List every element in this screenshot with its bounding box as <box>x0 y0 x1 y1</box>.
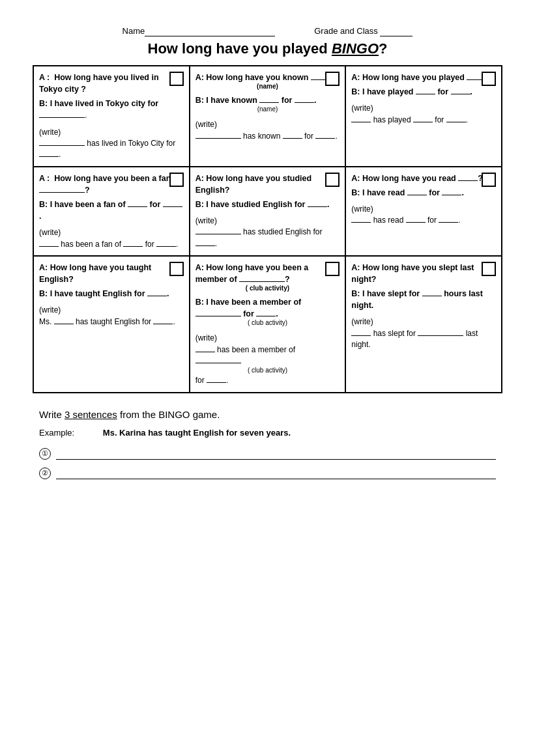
cell3-answer: B: I have played for . <box>351 86 496 98</box>
cell4-answer: B: I have been a fan of for . <box>39 199 184 222</box>
cell8-question: A: How long have you been a member of ?(… <box>195 262 340 294</box>
cell-6: A: How long have you read ? B: I have re… <box>345 167 502 256</box>
checkbox-8[interactable] <box>325 262 340 276</box>
sentence-2-field[interactable] <box>56 468 496 479</box>
sentence-2-line: ② <box>39 468 496 479</box>
grade-field[interactable] <box>380 26 412 36</box>
header: Name Grade and Class <box>33 26 502 36</box>
cell4-write: (write) has been a fan of for . <box>39 227 184 250</box>
cell5-question: A: How long have you studied English? <box>195 173 340 196</box>
cell-1: A : How long have you lived in Tokyo cit… <box>33 66 190 167</box>
cell2-answer: B: I have known for .(name) <box>195 94 340 115</box>
cell-9: A: How long have you slept last night? B… <box>345 256 502 393</box>
sentence-2-num: ② <box>39 468 51 479</box>
checkbox-5[interactable] <box>325 173 340 187</box>
checkbox-7[interactable] <box>169 262 184 276</box>
cell-4: A : How long have you been a fan of ? B:… <box>33 167 190 256</box>
cell6-write: (write) has read for . <box>351 204 496 227</box>
cell1-write: (write) has lived in Tokyo City for . <box>39 127 184 161</box>
name-label: Name <box>123 26 145 36</box>
example-text: Ms. Karina has taught English for seven … <box>103 428 291 438</box>
cell9-write: (write) has slept for last night. <box>351 316 496 350</box>
cell7-write: (write) Ms. has taught English for . <box>39 305 184 328</box>
cell8-write: (write) has been a member of ( club acti… <box>195 333 340 386</box>
bingo-grid-wrapper: A : How long have you lived in Tokyo cit… <box>33 65 502 393</box>
name-field[interactable] <box>145 26 275 36</box>
bottom-section: Write 3 sentences from the BINGO game. E… <box>33 409 502 479</box>
checkbox-3[interactable] <box>482 72 496 86</box>
title-suffix: ? <box>379 40 387 57</box>
checkbox-9[interactable] <box>482 262 496 276</box>
cell1-answer: B: I have lived in Tokyo city for . <box>39 98 184 121</box>
cell8-answer: B: I have been a member of for .( club a… <box>195 296 340 328</box>
instruction-underline: 3 sentences <box>65 409 117 420</box>
grade-section: Grade and Class <box>314 26 412 36</box>
sentence-1-field[interactable] <box>56 448 496 460</box>
title-bingo: BINGO <box>332 40 379 57</box>
cell2-question: A: How long have you known ?(name) <box>195 72 340 92</box>
checkbox-1[interactable] <box>169 72 184 86</box>
bottom-instruction: Write 3 sentences from the BINGO game. <box>39 409 496 420</box>
cell6-question: A: How long have you read ? <box>351 173 496 184</box>
cell9-question: A: How long have you slept last night? <box>351 262 496 285</box>
cell3-write: (write) has played for . <box>351 103 496 126</box>
cell-3: A: How long have you played ? B: I have … <box>345 66 502 167</box>
title-prefix: How long have you played <box>148 40 332 57</box>
cell7-question: A: How long have you taught English? <box>39 262 184 285</box>
sentence-1-line: ① <box>39 448 496 460</box>
cell6-answer: B: I have read for . <box>351 187 496 199</box>
cell9-answer: B: I have slept for hours last night. <box>351 288 496 311</box>
sentence-1-num: ① <box>39 448 51 460</box>
main-title: How long have you played BINGO? <box>33 40 502 57</box>
example-label: Example: <box>39 428 74 438</box>
cell-8: A: How long have you been a member of ?(… <box>190 256 346 393</box>
grade-label: Grade and Class <box>314 26 378 36</box>
cell4-question: A : How long have you been a fan of ? <box>39 173 184 196</box>
cell5-answer: B: I have studied English for . <box>195 199 340 210</box>
name-section: Name <box>123 26 276 36</box>
cell2-write: (write) has known for . <box>195 119 340 142</box>
checkbox-2[interactable] <box>325 72 340 86</box>
cell7-answer: B: I have taught English for . <box>39 288 184 300</box>
cell5-write: (write) has studied English for . <box>195 216 340 249</box>
cell-2: A: How long have you known ?(name) B: I … <box>190 66 346 167</box>
cell-5: A: How long have you studied English? B:… <box>190 167 346 256</box>
example-line: Example: Ms. Karina has taught English f… <box>39 428 496 438</box>
checkbox-4[interactable] <box>169 173 184 187</box>
cell-7: A: How long have you taught English? B: … <box>33 256 190 393</box>
bingo-grid: A : How long have you lived in Tokyo cit… <box>33 65 502 393</box>
cell1-question: A : How long have you lived in Tokyo cit… <box>39 72 184 95</box>
checkbox-6[interactable] <box>482 173 496 187</box>
cell3-question: A: How long have you played ? <box>351 72 496 83</box>
